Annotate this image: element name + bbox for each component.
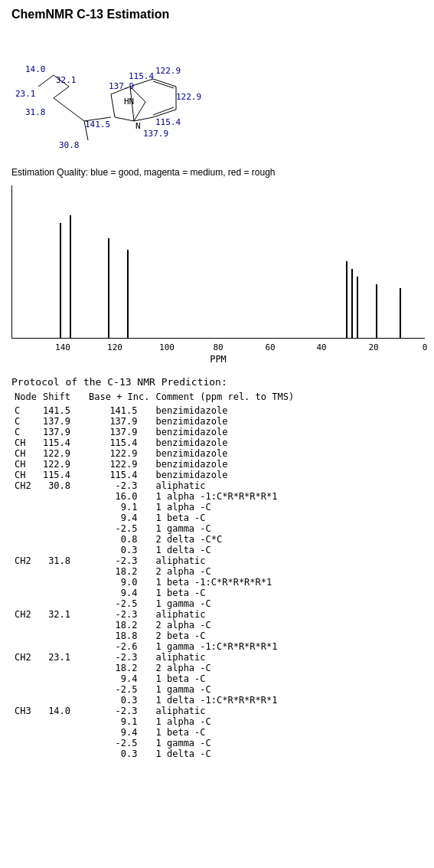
cell-node [11,631,40,641]
cell-base: 0.3 [86,545,152,555]
cell-comment: 1 gamma -C [153,598,423,609]
table-row: 9.41 beta -C [11,727,423,738]
cell-base: 9.1 [86,716,152,727]
cell-shift [40,641,86,652]
table-row: C137.9137.9benzimidazole [11,416,423,427]
svg-text:31.8: 31.8 [25,107,46,117]
table-row: 0.82 delta -C*C [11,534,423,545]
svg-text:137.9: 137.9 [143,129,168,139]
spectrum-chart [11,185,425,339]
cell-node [11,716,40,727]
cell-base: 9.4 [86,727,152,738]
cell-node [11,738,40,748]
cell-shift [40,695,86,706]
cell-node: CH2 [11,652,40,663]
table-row: 9.41 beta -C [11,673,423,684]
cell-comment: 1 gamma -C [153,684,423,695]
table-row: 16.01 alpha -1:C*R*R*R*R*1 [11,491,423,502]
cell-shift [40,631,86,641]
table-row: CH231.8-2.3aliphatic [11,555,423,566]
cell-comment: aliphatic [153,555,423,566]
cell-comment: benzimidazole [153,427,423,437]
table-row: 9.11 alpha -C [11,716,423,727]
cell-comment: aliphatic [153,480,423,491]
cell-shift: 122.9 [40,448,86,459]
tick-100: 100 [159,342,175,352]
svg-text:141.5: 141.5 [85,120,110,129]
svg-line-4 [38,75,54,87]
cell-comment: 1 delta -C [153,545,423,555]
cell-comment: benzimidazole [153,448,423,459]
cell-node: CH2 [11,609,40,620]
molecule-svg: 14.0 23.1 32.1 31.8 30.8 141.5 137.9 HN … [11,29,287,159]
table-row: CH232.1-2.3aliphatic [11,609,423,620]
protocol-title: Protocol of the C-13 NMR Prediction: [11,376,423,388]
spectrum-bar-1415 [60,223,61,338]
cell-base: 18.2 [86,566,152,577]
cell-comment: 2 alpha -C [153,663,423,673]
spectrum-bar-1379a [70,215,71,338]
protocol-section: Protocol of the C-13 NMR Prediction: Nod… [11,376,423,759]
cell-shift: 31.8 [40,555,86,566]
cell-shift: 32.1 [40,609,86,620]
cell-base: 0.3 [86,695,152,706]
cell-base: -2.6 [86,641,152,652]
cell-base: 16.0 [86,491,152,502]
cell-comment: benzimidazole [153,470,423,480]
cell-shift [40,534,86,545]
table-row: -2.51 gamma -C [11,738,423,748]
cell-shift [40,523,86,534]
cell-base: 0.3 [86,748,152,759]
cell-comment: 1 alpha -C [153,502,423,513]
cell-node [11,523,40,534]
cell-shift: 115.4 [40,470,86,480]
cell-shift [40,502,86,513]
cell-comment: 1 alpha -C [153,716,423,727]
cell-shift: 137.9 [40,427,86,437]
cell-shift [40,748,86,759]
cell-comment: 1 gamma -C [153,523,423,534]
tick-60: 60 [265,342,275,352]
cell-comment: benzimidazole [153,437,423,448]
header-node: Node [11,391,40,402]
table-row: CH122.9122.9benzimidazole [11,448,423,459]
cell-shift: 115.4 [40,437,86,448]
cell-base: -2.3 [86,609,152,620]
spectrum-axis: 140 120 100 80 60 40 20 0 [11,342,425,354]
cell-base: 18.2 [86,620,152,631]
cell-shift [40,545,86,555]
cell-node: C [11,405,40,416]
cell-base: 122.9 [86,459,152,470]
cell-shift: 137.9 [40,416,86,427]
cell-node [11,695,40,706]
header-shift: Shift [40,391,86,402]
table-row: -2.51 gamma -C [11,684,423,695]
cell-base: -2.5 [86,684,152,695]
cell-shift [40,491,86,502]
cell-comment: benzimidazole [153,405,423,416]
spectrum-bar-231 [376,284,377,338]
table-row: CH230.8-2.3aliphatic [11,480,423,491]
tick-0: 0 [423,342,428,352]
cell-shift [40,663,86,673]
cell-node: C [11,416,40,427]
svg-text:HN: HN [124,97,134,106]
protocol-table-body: C141.5141.5benzimidazoleC137.9137.9benzi… [11,405,423,759]
table-row: 0.31 delta -C [11,748,423,759]
cell-base: 9.4 [86,588,152,598]
table-row: C141.5141.5benzimidazole [11,405,423,416]
cell-shift: 14.0 [40,706,86,716]
table-row: CH314.0-2.3aliphatic [11,706,423,716]
cell-node [11,663,40,673]
cell-node [11,673,40,684]
svg-text:30.8: 30.8 [59,140,80,150]
table-row: CH122.9122.9benzimidazole [11,459,423,470]
cell-node: CH [11,437,40,448]
protocol-table: Node Shift Base + Inc. Comment (ppm rel.… [11,391,423,759]
svg-text:N: N [135,121,141,131]
table-row: CH115.4115.4benzimidazole [11,470,423,480]
spectrum-bar-1229a [108,238,109,338]
table-header-row: Node Shift Base + Inc. Comment (ppm rel.… [11,391,423,402]
cell-base: -2.3 [86,480,152,491]
cell-node [11,534,40,545]
